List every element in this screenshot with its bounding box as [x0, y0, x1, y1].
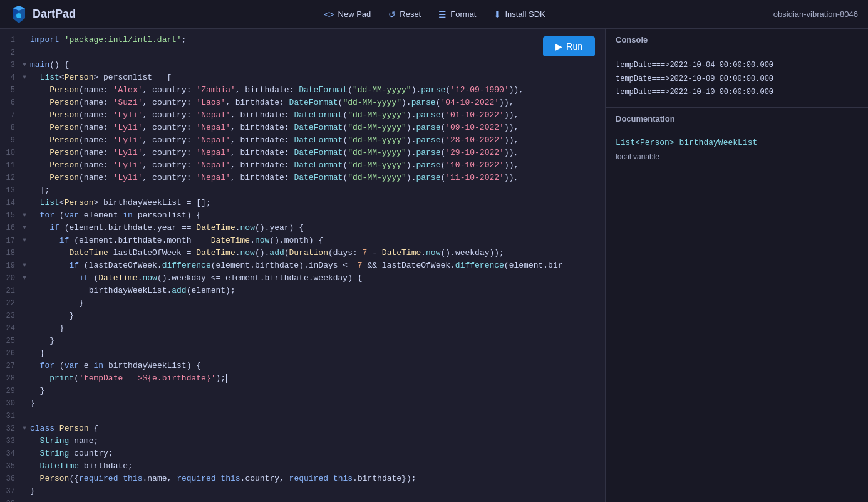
code-line: 32 ▼ class Person { — [0, 422, 605, 435]
run-play-icon: ▶ — [555, 41, 562, 51]
code-line: 16 ▼ if (element.birthdate.year == DateT… — [0, 222, 605, 234]
console-line: tempDate===>2022-10-04 00:00:00.000 — [616, 59, 858, 73]
code-line: 3 ▼ main() { — [0, 59, 605, 71]
code-line: 36 Person({required this.name, required … — [0, 473, 605, 485]
code-line: 17 ▼ if (element.birthdate.month == Date… — [0, 234, 605, 247]
code-line: 5 Person(name: 'Alex', country: 'Zambia'… — [0, 84, 605, 97]
code-line: 30 } — [0, 397, 605, 410]
code-line: 29 } — [0, 385, 605, 397]
run-label: Run — [566, 41, 582, 51]
run-button[interactable]: ▶ Run — [543, 36, 595, 56]
install-sdk-icon: ⬇ — [493, 9, 501, 19]
code-line: 34 String country; — [0, 447, 605, 460]
code-line: 37 } — [0, 485, 605, 498]
new-pad-icon: <> — [324, 9, 334, 19]
console-section: Console tempDate===>2022-10-04 00:00:00.… — [606, 29, 868, 108]
code-line: 31 — [0, 410, 605, 422]
svg-point-0 — [16, 13, 21, 18]
console-line: tempDate===>2022-10-09 00:00:00.000 — [616, 73, 858, 86]
main: ▶ Run 1 import 'package:intl/intl.dart';… — [0, 29, 868, 502]
header: DartPad <> New Pad ↺ Reset ☰ Format ⬇ In… — [0, 0, 868, 29]
code-line: 28 print('tempDate===>${e.birthdate}'); — [0, 372, 605, 385]
code-line: 11 Person(name: 'Lyli', country: 'Nepal'… — [0, 159, 605, 172]
code-line: 25 } — [0, 335, 605, 347]
code-editor[interactable]: 1 import 'package:intl/intl.dart'; 2 3 ▼… — [0, 29, 605, 502]
logo-area: DartPad — [10, 6, 76, 23]
console-output: tempDate===>2022-10-04 00:00:00.000 temp… — [606, 51, 868, 107]
code-line: 22 } — [0, 297, 605, 310]
code-line: 12 Person(name: 'Lyli', country: 'Nepal'… — [0, 172, 605, 184]
new-pad-button[interactable]: <> New Pad — [318, 6, 377, 23]
code-line: 1 import 'package:intl/intl.dart'; — [0, 34, 605, 46]
code-line: 9 Person(name: 'Lyli', country: 'Nepal',… — [0, 134, 605, 147]
format-label: Format — [450, 9, 476, 19]
code-line: 35 DateTime birthdate; — [0, 460, 605, 473]
code-line: 26 } — [0, 347, 605, 360]
code-line: 20 ▼ if (DateTime.now().weekday <= eleme… — [0, 272, 605, 285]
code-line: 38 — [0, 498, 605, 502]
console-header: Console — [606, 29, 868, 51]
right-panel: Console tempDate===>2022-10-04 00:00:00.… — [605, 29, 868, 502]
code-line: 19 ▼ if (lastDateOfWeek.difference(eleme… — [0, 259, 605, 272]
code-line: 18 DateTime lastDateOfWeek = DateTime.no… — [0, 247, 605, 259]
nav-actions: <> New Pad ↺ Reset ☰ Format ⬇ Install SD… — [96, 6, 773, 23]
run-button-area: ▶ Run — [543, 36, 595, 56]
code-line: 10 Person(name: 'Lyli', country: 'Nepal'… — [0, 147, 605, 159]
code-line: 23 } — [0, 310, 605, 322]
code-line: 24 } — [0, 322, 605, 335]
code-line: 14 List<Person> birthdayWeekList = []; — [0, 197, 605, 209]
code-line: 4 ▼ List<Person> personlist = [ — [0, 71, 605, 84]
logo-text: DartPad — [33, 8, 76, 21]
code-line: 6 Person(name: 'Suzi', country: 'Laos', … — [0, 97, 605, 109]
code-line: 7 Person(name: 'Lyli', country: 'Nepal',… — [0, 109, 605, 122]
session-id: obsidian-vibration-8046 — [773, 9, 858, 19]
documentation-section: Documentation List<Person> birthdayWeekL… — [606, 108, 868, 502]
code-line: 33 String name; — [0, 435, 605, 447]
code-line: 2 — [0, 46, 605, 59]
documentation-description: local variable — [616, 152, 858, 161]
documentation-symbol: List<Person> birthdayWeekList — [616, 138, 858, 147]
code-line: 21 birthdayWeekList.add(element); — [0, 285, 605, 297]
documentation-header: Documentation — [606, 108, 868, 130]
documentation-content: List<Person> birthdayWeekList local vari… — [606, 130, 868, 169]
editor-pane: ▶ Run 1 import 'package:intl/intl.dart';… — [0, 29, 605, 502]
format-icon: ☰ — [438, 9, 447, 19]
console-line: tempDate===>2022-10-10 00:00:00.000 — [616, 86, 858, 100]
reset-label: Reset — [400, 9, 421, 19]
install-sdk-label: Install SDK — [505, 9, 545, 19]
dartpad-logo-icon — [10, 6, 28, 23]
new-pad-label: New Pad — [338, 9, 371, 19]
code-line: 8 Person(name: 'Lyli', country: 'Nepal',… — [0, 122, 605, 134]
format-button[interactable]: ☰ Format — [432, 6, 482, 23]
reset-icon: ↺ — [388, 9, 396, 19]
code-line: 15 ▼ for (var element in personlist) { — [0, 209, 605, 222]
code-line: 13 ]; — [0, 184, 605, 197]
code-line: 27 for (var e in birthdayWeekList) { — [0, 360, 605, 372]
reset-button[interactable]: ↺ Reset — [382, 6, 427, 23]
install-sdk-button[interactable]: ⬇ Install SDK — [487, 6, 551, 23]
